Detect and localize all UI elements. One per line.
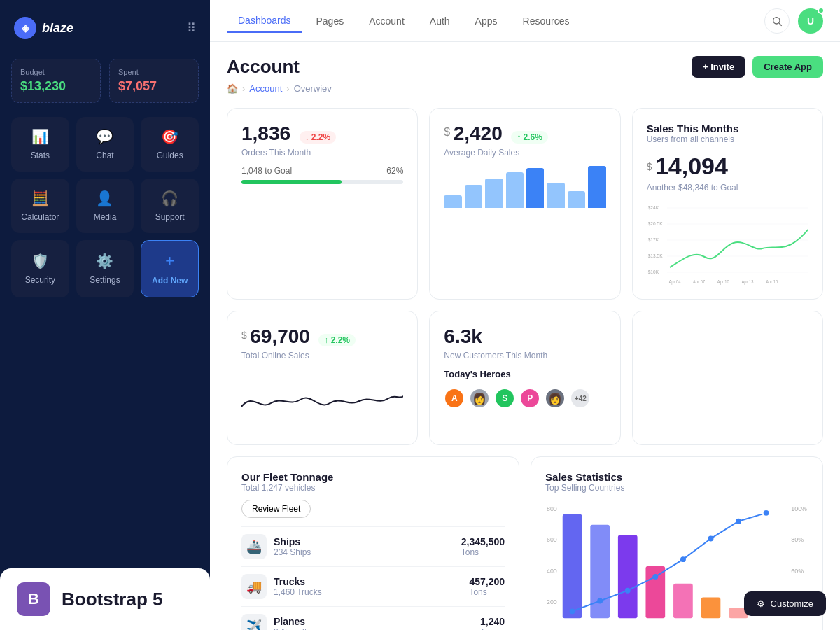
- online-label: Total Online Sales: [241, 351, 403, 360]
- guides-label: Guides: [157, 150, 183, 160]
- nav-link-account[interactable]: Account: [358, 10, 416, 32]
- sidebar-item-security[interactable]: 🛡️ Security: [11, 240, 69, 298]
- sidebar-item-settings[interactable]: ⚙️ Settings: [76, 240, 134, 298]
- planes-value: 1,240: [480, 616, 505, 627]
- trucks-icon: 🚚: [241, 574, 267, 599]
- add-icon: +: [165, 252, 174, 270]
- sidebar-item-calculator[interactable]: 🧮 Calculator: [11, 178, 69, 233]
- orders-number-row: 1,836 ↓ 2.2%: [241, 122, 403, 145]
- chat-label: Chat: [96, 150, 113, 160]
- bar-7: [568, 191, 585, 208]
- stats-grid: 1,836 ↓ 2.2% Orders This Month 1,048 to …: [227, 108, 823, 300]
- progress-fill: [241, 180, 342, 184]
- svg-text:600: 600: [547, 536, 557, 543]
- daily-sales-label: Average Daily Sales: [444, 148, 606, 158]
- daily-sales-number: 2,420: [454, 122, 503, 144]
- online-prefix: $: [241, 330, 247, 341]
- svg-text:200: 200: [547, 598, 557, 606]
- sidebar-header: ◈ blaze ⠿: [11, 11, 199, 45]
- svg-text:100%: 100%: [791, 505, 807, 512]
- sidebar-item-add-new[interactable]: + Add New: [141, 240, 199, 298]
- ships-icon: 🚢: [241, 534, 267, 559]
- svg-point-33: [597, 598, 603, 604]
- sidebar-item-support[interactable]: 🎧 Support: [141, 178, 199, 233]
- online-badge: ↑ 2.2%: [318, 334, 356, 346]
- svg-point-32: [570, 608, 575, 614]
- sidebar-item-guides[interactable]: 🎯 Guides: [141, 117, 199, 172]
- fleet-card: Our Fleet Tonnage Total 1,247 vehicles R…: [227, 456, 519, 630]
- row2-grid: $ 69,700 ↑ 2.2% Total Online Sales 6.3k …: [227, 311, 823, 445]
- trucks-unit: Tons: [469, 587, 505, 597]
- ships-value: 2,345,500: [461, 536, 505, 547]
- hero-more: +42: [570, 388, 591, 409]
- progress-goal-label: 1,048 to Goal: [241, 166, 292, 176]
- spent-card: Spent $7,057: [109, 59, 199, 103]
- bar-1: [444, 195, 461, 208]
- ships-name: Ships: [274, 536, 311, 547]
- page-title: Account: [227, 56, 300, 78]
- svg-point-35: [652, 574, 658, 580]
- avatar-button[interactable]: U: [798, 8, 823, 34]
- online-sales-card: $ 69,700 ↑ 2.2% Total Online Sales: [227, 311, 418, 445]
- sales-stats-title: Sales Statistics: [545, 471, 808, 483]
- svg-rect-27: [618, 536, 638, 619]
- menu-icon[interactable]: ⠿: [187, 20, 196, 36]
- calculator-label: Calculator: [21, 212, 59, 222]
- sales-big-number: 14,094: [655, 153, 728, 179]
- wavy-chart: [241, 372, 403, 428]
- page-actions: + Invite Create App: [692, 56, 823, 78]
- sales-title: Sales This Months: [647, 122, 808, 134]
- bar-6: [547, 183, 564, 208]
- svg-rect-29: [673, 584, 693, 618]
- svg-rect-26: [590, 525, 610, 619]
- fleet-subtitle: Total 1,247 vehicles: [241, 483, 505, 493]
- review-fleet-button[interactable]: Review Fleet: [241, 500, 311, 518]
- breadcrumb-account[interactable]: Account: [249, 83, 282, 94]
- customers-number: 6.3k: [444, 326, 606, 348]
- fleet-grid: Our Fleet Tonnage Total 1,247 vehicles R…: [227, 456, 823, 630]
- support-label: Support: [155, 212, 185, 222]
- planes-unit: Tons: [480, 627, 505, 630]
- settings-icon: ⚙️: [96, 253, 113, 270]
- avatar-badge: [818, 7, 825, 14]
- stats-icon: 📊: [31, 128, 49, 145]
- hero-p: P: [519, 388, 540, 409]
- svg-text:$24K: $24K: [648, 204, 659, 211]
- top-nav: Dashboards Pages Account Auth Apps Resou…: [210, 0, 840, 42]
- trucks-value: 457,200: [469, 576, 505, 587]
- orders-label: Orders This Month: [241, 148, 403, 158]
- hero-s: S: [494, 388, 515, 409]
- fleet-row-planes: ✈️ Planes 8 Aircrafts 1,240 Tons: [241, 606, 505, 630]
- orders-badge: ↓ 2.2%: [300, 131, 337, 144]
- svg-text:60%: 60%: [791, 568, 804, 575]
- top-nav-links: Dashboards Pages Account Auth Apps Resou…: [227, 9, 580, 33]
- page-area: Account + Invite Create App 🏠 › Account …: [210, 42, 840, 630]
- sales-sub: Another $48,346 to Goal: [647, 183, 808, 192]
- breadcrumb-home[interactable]: 🏠: [227, 83, 238, 94]
- progress-track: [241, 180, 403, 184]
- bar-4: [506, 172, 524, 208]
- nav-link-pages[interactable]: Pages: [305, 10, 356, 32]
- sidebar-item-media[interactable]: 👤 Media: [76, 178, 134, 233]
- nav-grid: 📊 Stats 💬 Chat 🎯 Guides 🧮 Calculator 👤 M…: [11, 117, 199, 298]
- nav-link-apps[interactable]: Apps: [464, 10, 509, 32]
- nav-link-resources[interactable]: Resources: [512, 10, 581, 32]
- search-button[interactable]: [764, 8, 790, 34]
- create-app-button[interactable]: Create App: [752, 56, 823, 78]
- svg-text:Apr 04: Apr 04: [668, 279, 680, 285]
- spent-label: Spent: [118, 68, 190, 76]
- budget-label: Budget: [20, 68, 92, 76]
- fleet-title: Our Fleet Tonnage: [241, 471, 505, 483]
- svg-point-0: [774, 17, 780, 23]
- sidebar-item-stats[interactable]: 📊 Stats: [11, 117, 69, 172]
- nav-link-dashboards[interactable]: Dashboards: [227, 9, 302, 33]
- bootstrap-label: Bootstrap 5: [62, 589, 162, 610]
- nav-link-auth[interactable]: Auth: [419, 10, 461, 32]
- customers-card: 6.3k New Customers This Month Today's He…: [429, 311, 620, 445]
- breadcrumb-overview: Overwiev: [294, 83, 332, 94]
- svg-text:$20.5K: $20.5K: [648, 220, 662, 227]
- invite-button[interactable]: + Invite: [692, 56, 746, 78]
- customize-button[interactable]: ⚙ Customize: [744, 592, 826, 616]
- sidebar-item-chat[interactable]: 💬 Chat: [76, 117, 134, 172]
- media-label: Media: [94, 212, 117, 222]
